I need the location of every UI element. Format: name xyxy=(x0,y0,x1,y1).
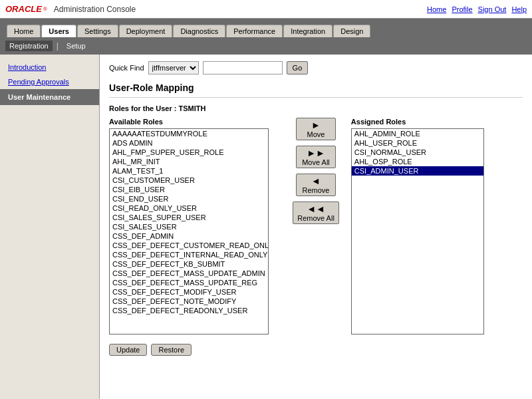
list-item[interactable]: CSI_SALES_USER xyxy=(110,222,268,231)
list-item[interactable]: CSS_DEF_DEFECT_READONLY_USER xyxy=(110,306,268,315)
list-item[interactable]: CSS_DEF_DEFECT_MASS_UPDATE_ADMIN xyxy=(110,269,268,278)
header: ORACLE ® Administration Console Home Pro… xyxy=(0,0,532,19)
sidebar-user-maintenance[interactable]: User Maintenance xyxy=(0,89,99,105)
list-item[interactable]: CSS_DEF_DEFECT_MODIFY_USER xyxy=(110,287,268,297)
page-title: User-Role Mapping xyxy=(109,82,523,98)
list-item[interactable]: AHL_MR_INIT xyxy=(110,157,268,166)
quick-find-select[interactable]: jtffmserver xyxy=(148,61,199,74)
list-item[interactable]: CSI_EIB_USER xyxy=(110,185,268,194)
quick-find-bar: Quick Find jtffmserver Go xyxy=(109,61,523,74)
profile-link[interactable]: Profile xyxy=(452,5,472,13)
logo: ORACLE ® Administration Console xyxy=(5,4,136,14)
tab-users[interactable]: Users xyxy=(41,25,76,37)
quick-find-input[interactable] xyxy=(203,61,283,74)
list-item[interactable]: CSS_DEF_DEFECT_INTERNAL_READ_ONLY xyxy=(110,250,268,259)
available-roles-panel: Available Roles AAAAAATESTDUMMYROLE ADS … xyxy=(109,118,281,334)
sidebar: Introduction Pending Approvals User Main… xyxy=(0,55,100,399)
list-item[interactable]: AHL_FMP_SUPER_USER_ROLE xyxy=(110,148,268,157)
list-item[interactable]: CSI_END_USER xyxy=(110,194,268,203)
app-title: Administration Console xyxy=(54,5,136,14)
sidebar-introduction[interactable]: Introduction xyxy=(0,60,99,74)
tab-home[interactable]: Home xyxy=(7,25,41,37)
quick-find-label: Quick Find xyxy=(109,64,144,72)
restore-button[interactable]: Restore xyxy=(151,344,192,356)
list-item[interactable]: CSS_DEF_DEFECT_NOTE_MODIFY xyxy=(110,297,268,306)
trademark-icon: ® xyxy=(43,6,47,12)
assigned-roles-title: Assigned Roles xyxy=(351,118,523,126)
move-button[interactable]: ► Move xyxy=(296,118,336,140)
assigned-roles-listbox[interactable]: AHL_ADMIN_ROLE AHL_USER_ROLE CSI_NORMAL_… xyxy=(351,128,484,334)
main-layout: Introduction Pending Approvals User Main… xyxy=(0,55,532,399)
available-roles-title: Available Roles xyxy=(109,118,281,126)
bottom-buttons: Update Restore xyxy=(109,344,523,356)
move-all-button[interactable]: ►► Move All xyxy=(296,146,336,168)
help-link[interactable]: Help xyxy=(511,5,527,13)
available-roles-listbox[interactable]: AAAAAATESTDUMMYROLE ADS ADMIN AHL_FMP_SU… xyxy=(109,128,269,334)
list-item[interactable]: AHL_ADMIN_ROLE xyxy=(352,129,483,138)
list-item[interactable]: CSI_NORMAL_USER xyxy=(352,148,483,157)
tab-deployment[interactable]: Deployment xyxy=(119,25,173,37)
list-item[interactable]: CSS_DEF_DEFECT_CUSTOMER_READ_ONLY xyxy=(110,241,268,250)
oracle-logo: ORACLE xyxy=(5,4,42,14)
list-item-selected[interactable]: CSI_ADMIN_USER xyxy=(352,166,483,176)
subnav-setup[interactable]: Setup xyxy=(63,41,90,51)
tab-diagnostics[interactable]: Diagnostics xyxy=(173,25,225,37)
home-link[interactable]: Home xyxy=(427,5,446,13)
nav-tabs: Home Users Settings Deployment Diagnosti… xyxy=(0,19,532,37)
list-item[interactable]: CSS_DEF_DEFECT_MASS_UPDATE_REG xyxy=(110,278,268,287)
subnav-sep: | xyxy=(57,41,59,51)
tab-integration[interactable]: Integration xyxy=(283,25,332,37)
two-column-layout: Available Roles AAAAAATESTDUMMYROLE ADS … xyxy=(109,118,523,334)
list-item[interactable]: CSI_SALES_SUPER_USER xyxy=(110,213,268,222)
list-item[interactable]: CSS_DEF_ADMIN xyxy=(110,231,268,241)
sub-nav: Registration | Setup xyxy=(0,37,532,55)
list-item[interactable]: AHL_OSP_ROLE xyxy=(352,157,483,166)
header-links: Home Profile Sign Out Help xyxy=(427,5,527,13)
list-item[interactable]: ALAM_TEST_1 xyxy=(110,166,268,176)
signout-link[interactable]: Sign Out xyxy=(478,5,507,13)
remove-all-button[interactable]: ◄◄ Remove All xyxy=(293,201,339,224)
update-button[interactable]: Update xyxy=(109,344,147,356)
action-buttons: ► Move ►► Move All ◄ Remove xyxy=(287,118,344,224)
user-info: Roles for the User : TSMITH xyxy=(109,104,523,112)
assigned-roles-panel: Assigned Roles AHL_ADMIN_ROLE AHL_USER_R… xyxy=(351,118,523,334)
list-item[interactable]: CSI_CUSTOMER_USER xyxy=(110,176,268,185)
sidebar-pending-approvals[interactable]: Pending Approvals xyxy=(0,74,99,89)
remove-button[interactable]: ◄ Remove xyxy=(296,174,336,196)
list-item[interactable]: AHL_USER_ROLE xyxy=(352,138,483,148)
quick-find-go-button[interactable]: Go xyxy=(287,61,309,74)
subnav-registration[interactable]: Registration xyxy=(5,41,53,51)
list-item[interactable]: AAAAAATESTDUMMYROLE xyxy=(110,129,268,138)
tab-settings[interactable]: Settings xyxy=(77,25,118,37)
tab-design[interactable]: Design xyxy=(333,25,370,37)
list-item[interactable]: CSI_READ_ONLY_USER xyxy=(110,203,268,213)
tab-performance[interactable]: Performance xyxy=(226,25,283,37)
list-item[interactable]: CSS_DEF_DEFECT_KB_SUBMIT xyxy=(110,259,268,269)
content-area: Quick Find jtffmserver Go User-Role Mapp… xyxy=(100,55,532,399)
list-item[interactable]: ADS ADMIN xyxy=(110,138,268,148)
